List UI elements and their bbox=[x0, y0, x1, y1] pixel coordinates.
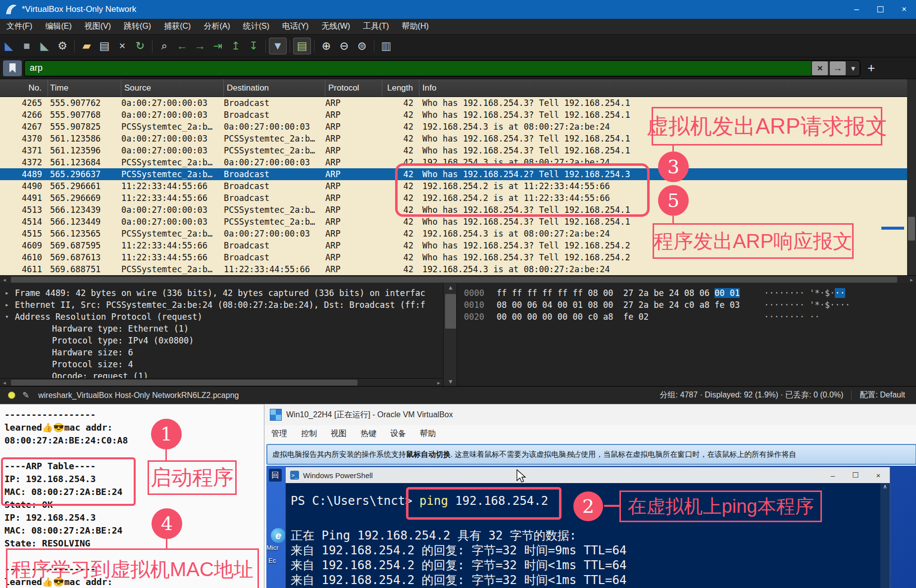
recycle-bin-icon[interactable]: 回 bbox=[269, 469, 282, 482]
resize-columns-icon[interactable]: ▥ bbox=[377, 38, 395, 54]
expand-arrow-icon[interactable]: ▾ bbox=[5, 311, 9, 323]
column-header-info[interactable]: Info bbox=[419, 79, 916, 97]
ps-minimize-button[interactable]: – bbox=[821, 467, 844, 483]
packet-list-header: No.TimeSourceDestinationProtocolLengthIn… bbox=[0, 79, 916, 97]
menu-statistics[interactable]: 统计(S) bbox=[237, 21, 276, 32]
expand-arrow-icon[interactable]: ▸ bbox=[5, 299, 9, 311]
packet-list-vscrollbar[interactable] bbox=[907, 79, 916, 275]
menu-go[interactable]: 跳转(G) bbox=[117, 21, 157, 32]
edge-browser-icon[interactable]: e bbox=[271, 528, 286, 543]
find-packet-icon[interactable]: ⌕ bbox=[155, 38, 173, 54]
detail-row[interactable]: ▸Ethernet II, Src: PCSSystemtec_2a:be:24… bbox=[0, 299, 443, 311]
go-next-icon[interactable]: → bbox=[191, 38, 209, 54]
ps-scrollbar[interactable]: ∧ bbox=[880, 483, 890, 588]
zoom-in-icon[interactable]: ⊕ bbox=[317, 38, 335, 54]
column-header-length[interactable]: Length bbox=[382, 79, 419, 97]
console-output-line: 正在 Ping 192.168.254.2 具有 32 字节的数据: bbox=[291, 528, 576, 543]
detail-row[interactable]: Hardware type: Ethernet (1) bbox=[0, 323, 443, 335]
packet-row-4371[interactable]: 4371561.1235960a:00:27:00:00:03PCSSystem… bbox=[0, 145, 916, 156]
colorize-icon[interactable]: ▤ bbox=[293, 38, 311, 54]
column-header-source[interactable]: Source bbox=[121, 79, 224, 97]
go-to-packet-icon[interactable]: ⇥ bbox=[209, 38, 227, 54]
expand-arrow-icon[interactable]: ▸ bbox=[5, 287, 9, 299]
restart-capture-icon[interactable]: ◣ bbox=[36, 38, 53, 54]
filter-value: arp bbox=[30, 63, 43, 73]
menu-capture[interactable]: 捕获(C) bbox=[157, 21, 197, 32]
profile-selector[interactable]: 配置: Default bbox=[851, 390, 916, 400]
go-previous-icon[interactable]: ← bbox=[173, 38, 191, 54]
detail-row[interactable]: ▾Address Resolution Protocol (request) bbox=[0, 311, 443, 323]
hex-row[interactable]: 002000 00 00 00 00 00 c0 a8 fe 02·······… bbox=[457, 311, 916, 323]
step-2-badge: 2 bbox=[573, 491, 603, 521]
packet-stats: 分组: 4787 · Displayed: 92 (1.9%) · 已丢弃: 0… bbox=[660, 390, 844, 400]
save-file-icon[interactable]: ▤ bbox=[96, 38, 113, 54]
toolbar-separator bbox=[265, 40, 266, 52]
terminal-line: 08:00:27:2A:BE:24:C0:A8 bbox=[0, 434, 264, 447]
arp-response-annotation: 程序发出ARP响应报文 bbox=[653, 223, 854, 259]
minimize-button[interactable]: – bbox=[845, 0, 868, 19]
ps-maximize-button[interactable]: ☐ bbox=[844, 467, 867, 483]
terminal-line: MAC: 08:00:27:2A:BE:24 bbox=[0, 524, 264, 537]
filter-clear-icon[interactable]: × bbox=[812, 61, 828, 75]
maximize-button[interactable]: ☐ bbox=[868, 0, 892, 19]
detail-row[interactable]: Protocol type: IPv4 (0x0800) bbox=[0, 335, 443, 346]
vbox-menu-control[interactable]: 控制 bbox=[294, 429, 324, 439]
detail-row[interactable]: Protocol size: 4 bbox=[0, 358, 443, 370]
go-first-icon[interactable]: ↥ bbox=[227, 38, 245, 54]
filter-bookmark-icon[interactable] bbox=[3, 60, 22, 76]
packet-row-4611[interactable]: 4611569.688751PCSSystemtec_2a:b…11:22:33… bbox=[0, 263, 916, 275]
detail-vscrollbar[interactable]: ▲ ▼ bbox=[443, 283, 457, 386]
filter-input[interactable]: arp bbox=[25, 61, 811, 76]
capture-comment-icon[interactable]: ✎ bbox=[22, 390, 29, 400]
filter-add-button[interactable]: + bbox=[867, 60, 875, 76]
menu-edit[interactable]: 编辑(E) bbox=[39, 21, 78, 32]
vm-screen: 回 e Micr Ec >_ Windows PowerShell – ☐ × … bbox=[266, 466, 916, 588]
hex-row[interactable]: 001008 00 06 04 00 01 08 00 27 2a be 24 … bbox=[457, 299, 916, 311]
column-header-protocol[interactable]: Protocol bbox=[325, 79, 382, 97]
menu-file[interactable]: 文件(F) bbox=[0, 21, 39, 32]
auto-scroll-icon[interactable]: ▼ bbox=[269, 38, 287, 54]
filter-apply-icon[interactable]: → bbox=[830, 61, 846, 75]
menu-wireless[interactable]: 无线(W) bbox=[315, 21, 356, 32]
wireshark-logo-icon bbox=[5, 3, 18, 16]
vbox-menu-help[interactable]: 帮助 bbox=[413, 429, 443, 439]
notice-bold: 鼠标自动切换 bbox=[406, 450, 451, 459]
stop-capture-icon[interactable]: ■ bbox=[18, 38, 36, 54]
vbox-menu-manage[interactable]: 管理 bbox=[264, 429, 294, 439]
terminal-line: IP: 192.168.254.3 bbox=[0, 511, 264, 524]
start-capture-icon[interactable]: ◣ bbox=[0, 38, 18, 54]
detail-row[interactable]: ▸Frame 4489: 42 bytes on wire (336 bits)… bbox=[0, 287, 443, 299]
column-header-time[interactable]: Time bbox=[48, 79, 121, 97]
filter-dropdown-icon[interactable]: ▾ bbox=[848, 61, 859, 75]
menu-analyze[interactable]: 分析(A) bbox=[197, 21, 236, 32]
close-file-icon[interactable]: × bbox=[113, 38, 131, 54]
zoom-out-icon[interactable]: ⊖ bbox=[335, 38, 353, 54]
detail-hscrollbar[interactable]: ◂ ▸ bbox=[0, 378, 443, 386]
main-toolbar: ◣■◣⚙▰▤×↻⌕←→⇥↥↧▼▤⊕⊖⊜▥ bbox=[0, 35, 916, 57]
column-header-no[interactable]: No. bbox=[0, 79, 48, 97]
column-header-destination[interactable]: Destination bbox=[224, 79, 325, 97]
close-button[interactable]: × bbox=[892, 0, 916, 19]
filter-field-group: arp × → ▾ bbox=[24, 60, 861, 77]
open-file-icon[interactable]: ▰ bbox=[78, 38, 96, 54]
console-output-line: 来自 192.168.254.2 的回复: 字节=32 时间<1ms TTL=6… bbox=[291, 572, 626, 588]
hex-row[interactable]: 0000ff ff ff ff ff ff 08 00 27 2a be 24 … bbox=[457, 287, 916, 299]
ping-command-highlight-ring bbox=[406, 487, 561, 520]
menu-tools[interactable]: 工具(T) bbox=[356, 21, 395, 32]
screen: *VirtualBox Host-Only Network – ☐ × 文件(F… bbox=[0, 0, 916, 588]
capture-options-icon[interactable]: ⚙ bbox=[53, 38, 71, 54]
go-last-icon[interactable]: ↧ bbox=[245, 38, 262, 54]
packet-list-hscrollbar[interactable]: ◂ ▸ bbox=[0, 275, 916, 283]
menu-view[interactable]: 视图(V) bbox=[78, 21, 117, 32]
zoom-100-icon[interactable]: ⊜ bbox=[353, 38, 371, 54]
reload-file-icon[interactable]: ↻ bbox=[131, 38, 149, 54]
vbox-menu-view[interactable]: 视图 bbox=[324, 429, 354, 439]
detail-row[interactable]: Opcode: request (1) bbox=[0, 370, 443, 378]
menu-telephony[interactable]: 电话(Y) bbox=[276, 21, 315, 32]
vbox-menu-devices[interactable]: 设备 bbox=[383, 429, 413, 439]
expert-info-icon[interactable] bbox=[8, 392, 15, 399]
vbox-menu-hotkeys[interactable]: 热键 bbox=[354, 429, 383, 439]
menu-help[interactable]: 帮助(H) bbox=[396, 21, 435, 32]
detail-row[interactable]: Hardware size: 6 bbox=[0, 346, 443, 358]
ps-close-button[interactable]: × bbox=[867, 467, 890, 483]
